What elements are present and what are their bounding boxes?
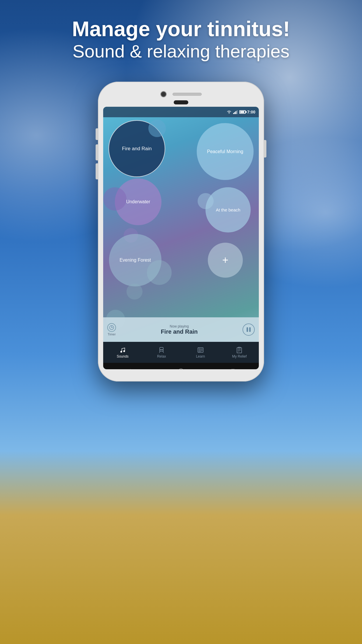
bubble-at-the-beach[interactable]: At the beach <box>205 187 251 232</box>
nav-label-myrelief: My Relief <box>232 354 247 358</box>
phone-bottom-bar <box>103 369 259 376</box>
power-button <box>264 140 266 158</box>
chair-icon <box>158 347 165 353</box>
android-nav-bar <box>103 363 259 369</box>
recents-square-icon <box>230 368 236 369</box>
svg-rect-1 <box>234 112 235 114</box>
bubble-add-sound[interactable]: + <box>208 243 243 278</box>
phone-screen: 7:00 Fire and Rain Peaceful Morning Unde… <box>103 107 259 369</box>
svg-rect-3 <box>237 110 238 114</box>
bubble-decorative-6 <box>126 284 143 300</box>
nav-item-sounds[interactable]: Sounds <box>103 346 142 358</box>
svg-rect-0 <box>233 113 234 114</box>
battery-icon <box>239 110 246 114</box>
svg-rect-13 <box>198 348 203 352</box>
android-recents-button[interactable] <box>229 368 236 369</box>
svg-rect-9 <box>160 347 163 350</box>
header-title-line1: Manage your tinnitus! <box>0 18 362 41</box>
nav-item-relax[interactable]: Relax <box>142 346 181 358</box>
bubbles-area: Fire and Rain Peaceful Morning Underwate… <box>103 117 259 342</box>
sounds-icon <box>119 346 127 354</box>
volume-up-button <box>96 144 98 160</box>
volume-down-button <box>96 163 98 179</box>
signal-icon <box>233 110 238 114</box>
timer-icon <box>107 323 116 332</box>
front-camera <box>160 91 167 97</box>
svg-line-11 <box>159 351 160 353</box>
nav-label-learn: Learn <box>196 354 205 358</box>
phone-device: 7:00 Fire and Rain Peaceful Morning Unde… <box>98 82 264 382</box>
clipboard-icon <box>236 347 243 353</box>
header-title-line2: Sound & relaxing therapies <box>0 41 362 62</box>
music-note-icon <box>119 347 126 353</box>
pause-icon <box>247 327 251 332</box>
mute-button <box>96 128 98 140</box>
phone-body: 7:00 Fire and Rain Peaceful Morning Unde… <box>98 82 264 382</box>
pause-button[interactable] <box>242 323 255 336</box>
now-playing-label: Now playing <box>116 324 242 328</box>
nav-label-sounds: Sounds <box>117 354 129 358</box>
timer-label: Timer <box>108 332 116 336</box>
now-playing-title: Fire and Rain <box>116 328 242 335</box>
status-icons: 7:00 <box>226 110 255 114</box>
home-circle-icon <box>178 368 184 369</box>
status-time: 7:00 <box>247 110 255 114</box>
svg-point-7 <box>120 351 122 353</box>
learn-icon <box>196 346 205 354</box>
front-sensor <box>174 100 188 104</box>
svg-point-25 <box>179 369 183 369</box>
bubble-decorative-4 <box>198 193 214 209</box>
bubble-decorative-1 <box>148 120 166 137</box>
svg-rect-10 <box>160 350 163 351</box>
bubble-decorative-2 <box>103 187 126 211</box>
bubble-peaceful-morning[interactable]: Peaceful Morning <box>197 123 254 180</box>
back-triangle-icon <box>126 368 132 369</box>
nav-item-myrelief[interactable]: My Relief <box>220 346 259 358</box>
nav-bar: Sounds Relax <box>103 342 259 363</box>
bubble-decorative-5 <box>147 260 172 285</box>
timer-button[interactable]: Timer <box>107 323 116 336</box>
svg-point-8 <box>123 350 125 352</box>
now-playing-bar: Timer Now playing Fire and Rain <box>103 317 259 342</box>
earpiece-speaker <box>173 93 202 96</box>
android-back-button[interactable] <box>126 368 133 369</box>
svg-rect-2 <box>236 111 236 114</box>
svg-marker-24 <box>128 369 131 369</box>
nav-item-learn[interactable]: Learn <box>181 346 220 358</box>
myrelief-icon <box>235 346 243 354</box>
header-section: Manage your tinnitus! Sound & relaxing t… <box>0 18 362 62</box>
now-playing-info: Now playing Fire and Rain <box>116 324 242 335</box>
wifi-icon <box>226 110 232 114</box>
phone-top-bar <box>103 87 259 100</box>
status-bar: 7:00 <box>103 107 259 117</box>
android-home-button[interactable] <box>178 368 184 369</box>
timer-svg-icon <box>109 325 114 330</box>
relax-icon <box>157 346 166 354</box>
svg-line-12 <box>163 351 164 353</box>
book-icon <box>197 347 204 353</box>
nav-label-relax: Relax <box>157 354 166 358</box>
